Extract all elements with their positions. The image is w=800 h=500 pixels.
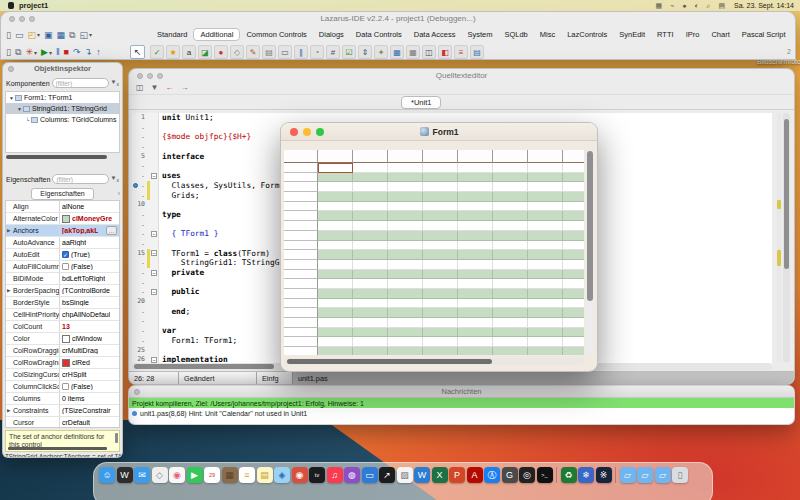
grid-cell[interactable] (563, 347, 584, 355)
grid-cell[interactable] (528, 163, 563, 173)
palette-overflow-badge[interactable]: 2 (787, 48, 791, 55)
palette-component-tbevel[interactable]: ◇ (230, 45, 244, 59)
grid-cell[interactable] (528, 211, 563, 221)
stringgrid-control[interactable] (284, 150, 584, 355)
new-form-button[interactable]: ▭ (14, 29, 25, 41)
expand-arrow-icon[interactable]: ▶ (7, 228, 10, 233)
property-value[interactable]: crDefault (60, 417, 119, 428)
property-row-anchors[interactable]: ▶Anchors[akTop,akL… (6, 225, 119, 237)
menubar-clock[interactable]: Sa. 23. Sept. 14:14 (734, 2, 794, 9)
grid-cell[interactable] (528, 221, 563, 231)
dock-icon-preview[interactable]: ◇ (152, 467, 168, 483)
apple-logo-icon[interactable] (8, 2, 14, 9)
grid-cell[interactable] (318, 308, 353, 318)
grid-cell[interactable] (458, 347, 493, 355)
editor-vertical-scrollbar[interactable] (783, 113, 790, 362)
property-value[interactable]: (False) (60, 381, 119, 392)
palette-component-timage[interactable]: ◪ (198, 45, 212, 59)
palette-tab-chart[interactable]: Chart (705, 29, 735, 40)
fold-collapse-icon[interactable]: − (151, 250, 157, 256)
grid-cell[interactable] (388, 173, 423, 183)
grid-cell[interactable] (423, 211, 458, 221)
close-icon[interactable] (8, 66, 14, 72)
palette-component-tlabelededit[interactable]: ▭ (278, 45, 292, 59)
tree-expander-icon[interactable]: ▼ (16, 106, 23, 112)
property-row-colrowdragind[interactable]: ColRowDragIndclRed (6, 357, 119, 369)
grid-cell[interactable] (388, 163, 423, 173)
run-button[interactable]: ▶▾ (40, 46, 53, 58)
grid-cell[interactable] (563, 337, 584, 347)
scrollbar-thumb[interactable] (134, 364, 274, 369)
dock-icon-tv[interactable]: tv (309, 467, 325, 483)
grid-fixed-cell[interactable] (284, 260, 318, 270)
grid-cell[interactable] (528, 202, 563, 212)
grid-cell[interactable] (528, 182, 563, 192)
grid-cell[interactable] (353, 182, 388, 192)
fold-collapse-icon[interactable]: − (151, 173, 157, 179)
dock-icon-facetime[interactable]: ▶ (187, 467, 203, 483)
palette-tab-additional[interactable]: Additional (193, 28, 240, 41)
grid-cell[interactable] (423, 328, 458, 338)
grid-fixed-cell[interactable] (284, 202, 318, 212)
grid-cell[interactable] (388, 192, 423, 202)
components-filter-input[interactable] (52, 78, 109, 88)
grid-cell[interactable] (493, 182, 528, 192)
palette-component-tchecklistbox[interactable]: ☑ (342, 45, 356, 59)
grid-cell[interactable] (388, 221, 423, 231)
dock-icon-folder-2[interactable]: ▱ (637, 467, 653, 483)
dock-icon-stocks[interactable]: ↗ (379, 467, 395, 483)
grid-cell[interactable] (318, 337, 353, 347)
scrollbar-thumb[interactable] (115, 433, 118, 443)
close-icon[interactable] (137, 73, 143, 79)
property-row-cellhintpriority[interactable]: CellHintPrioritychpAllNoDefaul (6, 309, 119, 321)
property-value[interactable]: bdLeftToRight (60, 273, 119, 284)
expand-arrow-icon[interactable]: ▶ (7, 288, 10, 293)
grid-cell[interactable] (423, 241, 458, 251)
palette-component-tstatictext[interactable]: a (182, 45, 196, 59)
palette-component-tcolorlistbox[interactable]: ≡ (454, 45, 468, 59)
new-button[interactable]: ▯ (5, 46, 12, 58)
dropdown-arrow-icon[interactable]: ▾ (34, 49, 37, 56)
grid-cell[interactable] (493, 318, 528, 328)
restore-button[interactable]: ⧉ (68, 29, 76, 41)
grid-fixed-cell[interactable] (284, 211, 318, 221)
grid-focused-cell[interactable] (318, 163, 353, 173)
property-value[interactable]: crMultiDrag (60, 345, 119, 356)
grid-cell[interactable] (353, 260, 388, 270)
grid-fixed-cell[interactable] (284, 299, 318, 309)
dock-icon-app-dark-w[interactable]: W (117, 467, 133, 483)
fold-collapse-icon[interactable]: − (151, 231, 157, 237)
dropdown-arrow-icon[interactable]: ▾ (37, 31, 40, 38)
grid-cell[interactable] (563, 260, 584, 270)
grid-cell[interactable] (493, 270, 528, 280)
grid-cell[interactable] (493, 173, 528, 183)
palette-tab-ipro[interactable]: IPro (680, 29, 706, 40)
grid-cell[interactable] (423, 260, 458, 270)
dock-icon-excel[interactable]: X (432, 467, 448, 483)
grid-fixed-cell[interactable] (284, 241, 318, 251)
grid-fixed-cell[interactable] (284, 231, 318, 241)
step-into-button[interactable]: ↴ (84, 46, 94, 58)
grid-cell[interactable] (388, 260, 423, 270)
palette-tab-misc[interactable]: Misc (534, 29, 561, 40)
palette-component-ttrayicon[interactable]: ◔ (310, 45, 324, 59)
palette-component-tstringgrid[interactable]: ▦ (390, 45, 404, 59)
grid-cell[interactable] (423, 202, 458, 212)
grid-fixed-cell[interactable] (284, 173, 318, 183)
grid-cell[interactable] (388, 299, 423, 309)
tree-node-form1[interactable]: ▼Form1: TForm1 (6, 92, 119, 103)
grid-cell[interactable] (318, 318, 353, 328)
dock-icon-powerpoint[interactable]: P (449, 467, 465, 483)
dock-icon-finder[interactable]: ☺ (99, 467, 115, 483)
grid-cell[interactable] (388, 202, 423, 212)
editor-window-controls[interactable] (137, 73, 163, 79)
dock-icon-mail[interactable]: ✉ (134, 467, 150, 483)
grid-cell[interactable] (318, 328, 353, 338)
grid-header-cell[interactable] (388, 150, 423, 163)
palette-component-tsplitter[interactable]: ∥ (294, 45, 308, 59)
grid-cell[interactable] (388, 347, 423, 355)
dock-icon-keynote[interactable]: ▭ (362, 467, 378, 483)
grid-cell[interactable] (493, 211, 528, 221)
minimize-icon[interactable] (303, 128, 311, 136)
palette-tab-standard[interactable]: Standard (151, 29, 193, 40)
